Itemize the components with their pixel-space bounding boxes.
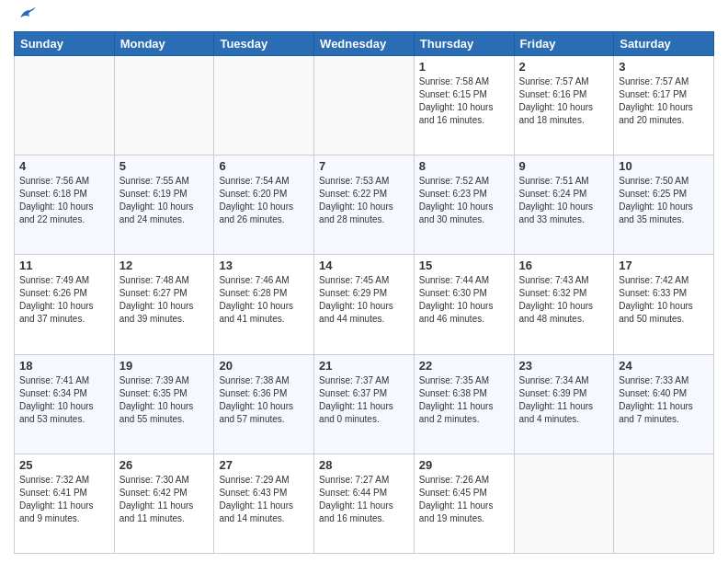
calendar-cell (614, 454, 714, 553)
week-row-4: 18Sunrise: 7:41 AM Sunset: 6:34 PM Dayli… (15, 354, 714, 454)
calendar-cell: 12Sunrise: 7:48 AM Sunset: 6:27 PM Dayli… (114, 255, 214, 354)
day-info: Sunrise: 7:35 AM Sunset: 6:38 PM Dayligh… (419, 374, 509, 426)
header (14, 9, 714, 24)
calendar-cell: 22Sunrise: 7:35 AM Sunset: 6:38 PM Dayli… (414, 354, 514, 454)
day-info: Sunrise: 7:33 AM Sunset: 6:40 PM Dayligh… (619, 374, 709, 426)
day-number: 4 (19, 159, 109, 173)
day-info: Sunrise: 7:37 AM Sunset: 6:37 PM Dayligh… (319, 374, 409, 426)
weekday-friday: Friday (514, 32, 614, 56)
calendar-cell: 26Sunrise: 7:30 AM Sunset: 6:42 PM Dayli… (114, 454, 214, 553)
weekday-thursday: Thursday (414, 32, 514, 56)
day-info: Sunrise: 7:29 AM Sunset: 6:43 PM Dayligh… (219, 474, 309, 525)
day-number: 15 (419, 259, 509, 272)
calendar-cell: 15Sunrise: 7:44 AM Sunset: 6:30 PM Dayli… (414, 255, 514, 354)
calendar-cell (114, 56, 214, 155)
day-number: 7 (319, 159, 409, 173)
calendar-cell (314, 56, 415, 155)
day-number: 24 (619, 359, 709, 373)
calendar-cell: 3Sunrise: 7:57 AM Sunset: 6:17 PM Daylig… (614, 56, 714, 155)
logo (14, 9, 36, 24)
day-info: Sunrise: 7:53 AM Sunset: 6:22 PM Dayligh… (319, 175, 409, 226)
day-info: Sunrise: 7:57 AM Sunset: 6:17 PM Dayligh… (619, 75, 709, 127)
day-info: Sunrise: 7:27 AM Sunset: 6:44 PM Dayligh… (319, 474, 409, 525)
day-number: 29 (419, 458, 509, 472)
calendar-cell: 13Sunrise: 7:46 AM Sunset: 6:28 PM Dayli… (214, 255, 314, 354)
calendar-cell: 21Sunrise: 7:37 AM Sunset: 6:37 PM Dayli… (314, 354, 415, 454)
day-info: Sunrise: 7:34 AM Sunset: 6:39 PM Dayligh… (519, 374, 609, 426)
calendar-cell: 7Sunrise: 7:53 AM Sunset: 6:22 PM Daylig… (314, 155, 415, 255)
calendar-cell: 6Sunrise: 7:54 AM Sunset: 6:20 PM Daylig… (214, 155, 314, 255)
calendar-cell: 19Sunrise: 7:39 AM Sunset: 6:35 PM Dayli… (114, 354, 214, 454)
calendar-cell (514, 454, 614, 553)
day-info: Sunrise: 7:49 AM Sunset: 6:26 PM Dayligh… (19, 274, 109, 326)
day-info: Sunrise: 7:46 AM Sunset: 6:28 PM Dayligh… (219, 274, 309, 326)
day-info: Sunrise: 7:39 AM Sunset: 6:35 PM Dayligh… (119, 374, 210, 426)
day-number: 10 (619, 159, 709, 173)
day-number: 21 (319, 359, 409, 373)
calendar-cell: 2Sunrise: 7:57 AM Sunset: 6:16 PM Daylig… (514, 56, 614, 155)
day-number: 1 (419, 60, 509, 74)
calendar-cell: 25Sunrise: 7:32 AM Sunset: 6:41 PM Dayli… (15, 454, 115, 553)
day-info: Sunrise: 7:58 AM Sunset: 6:15 PM Dayligh… (419, 75, 509, 127)
day-number: 3 (619, 60, 709, 74)
calendar-cell: 16Sunrise: 7:43 AM Sunset: 6:32 PM Dayli… (514, 255, 614, 354)
weekday-wednesday: Wednesday (314, 32, 415, 56)
day-number: 2 (519, 60, 609, 74)
calendar-cell: 4Sunrise: 7:56 AM Sunset: 6:18 PM Daylig… (15, 155, 115, 255)
day-info: Sunrise: 7:38 AM Sunset: 6:36 PM Dayligh… (219, 374, 309, 426)
calendar-cell: 10Sunrise: 7:50 AM Sunset: 6:25 PM Dayli… (614, 155, 714, 255)
calendar-cell: 18Sunrise: 7:41 AM Sunset: 6:34 PM Dayli… (15, 354, 115, 454)
day-number: 22 (419, 359, 509, 373)
weekday-saturday: Saturday (614, 32, 714, 56)
day-number: 11 (19, 259, 109, 272)
day-number: 27 (219, 458, 309, 472)
day-info: Sunrise: 7:51 AM Sunset: 6:24 PM Dayligh… (519, 175, 609, 226)
weekday-tuesday: Tuesday (214, 32, 314, 56)
day-number: 14 (319, 259, 409, 272)
day-info: Sunrise: 7:32 AM Sunset: 6:41 PM Dayligh… (19, 474, 109, 525)
calendar-cell: 8Sunrise: 7:52 AM Sunset: 6:23 PM Daylig… (414, 155, 514, 255)
day-info: Sunrise: 7:41 AM Sunset: 6:34 PM Dayligh… (19, 374, 109, 426)
day-info: Sunrise: 7:42 AM Sunset: 6:33 PM Dayligh… (619, 274, 709, 326)
day-number: 6 (219, 159, 309, 173)
calendar-cell: 11Sunrise: 7:49 AM Sunset: 6:26 PM Dayli… (15, 255, 115, 354)
calendar-cell: 1Sunrise: 7:58 AM Sunset: 6:15 PM Daylig… (414, 56, 514, 155)
calendar-cell: 20Sunrise: 7:38 AM Sunset: 6:36 PM Dayli… (214, 354, 314, 454)
calendar-table: SundayMondayTuesdayWednesdayThursdayFrid… (14, 31, 714, 554)
calendar-cell: 17Sunrise: 7:42 AM Sunset: 6:33 PM Dayli… (614, 255, 714, 354)
day-number: 17 (619, 259, 709, 272)
calendar-cell: 24Sunrise: 7:33 AM Sunset: 6:40 PM Dayli… (614, 354, 714, 454)
day-number: 25 (19, 458, 109, 472)
calendar-cell: 9Sunrise: 7:51 AM Sunset: 6:24 PM Daylig… (514, 155, 614, 255)
day-info: Sunrise: 7:44 AM Sunset: 6:30 PM Dayligh… (419, 274, 509, 326)
day-info: Sunrise: 7:52 AM Sunset: 6:23 PM Dayligh… (419, 175, 509, 226)
calendar-cell: 29Sunrise: 7:26 AM Sunset: 6:45 PM Dayli… (414, 454, 514, 553)
day-info: Sunrise: 7:45 AM Sunset: 6:29 PM Dayligh… (319, 274, 409, 326)
calendar-cell (214, 56, 314, 155)
calendar-cell: 23Sunrise: 7:34 AM Sunset: 6:39 PM Dayli… (514, 354, 614, 454)
day-number: 20 (219, 359, 309, 373)
day-info: Sunrise: 7:55 AM Sunset: 6:19 PM Dayligh… (119, 175, 210, 226)
calendar-cell: 27Sunrise: 7:29 AM Sunset: 6:43 PM Dayli… (214, 454, 314, 553)
day-info: Sunrise: 7:30 AM Sunset: 6:42 PM Dayligh… (119, 474, 210, 525)
day-number: 5 (119, 159, 210, 173)
calendar-cell: 28Sunrise: 7:27 AM Sunset: 6:44 PM Dayli… (314, 454, 415, 553)
day-info: Sunrise: 7:57 AM Sunset: 6:16 PM Dayligh… (519, 75, 609, 127)
day-info: Sunrise: 7:26 AM Sunset: 6:45 PM Dayligh… (419, 474, 509, 525)
day-number: 16 (519, 259, 609, 272)
week-row-1: 1Sunrise: 7:58 AM Sunset: 6:15 PM Daylig… (15, 56, 714, 155)
day-number: 13 (219, 259, 309, 272)
week-row-5: 25Sunrise: 7:32 AM Sunset: 6:41 PM Dayli… (15, 454, 714, 553)
day-number: 26 (119, 458, 210, 472)
weekday-header-row: SundayMondayTuesdayWednesdayThursdayFrid… (15, 32, 714, 56)
calendar-cell: 5Sunrise: 7:55 AM Sunset: 6:19 PM Daylig… (114, 155, 214, 255)
day-number: 12 (119, 259, 210, 272)
weekday-monday: Monday (114, 32, 214, 56)
weekday-sunday: Sunday (15, 32, 115, 56)
day-number: 8 (419, 159, 509, 173)
week-row-3: 11Sunrise: 7:49 AM Sunset: 6:26 PM Dayli… (15, 255, 714, 354)
calendar-cell (15, 56, 115, 155)
calendar-cell: 14Sunrise: 7:45 AM Sunset: 6:29 PM Dayli… (314, 255, 415, 354)
day-number: 19 (119, 359, 210, 373)
logo-bird-icon (17, 6, 36, 24)
